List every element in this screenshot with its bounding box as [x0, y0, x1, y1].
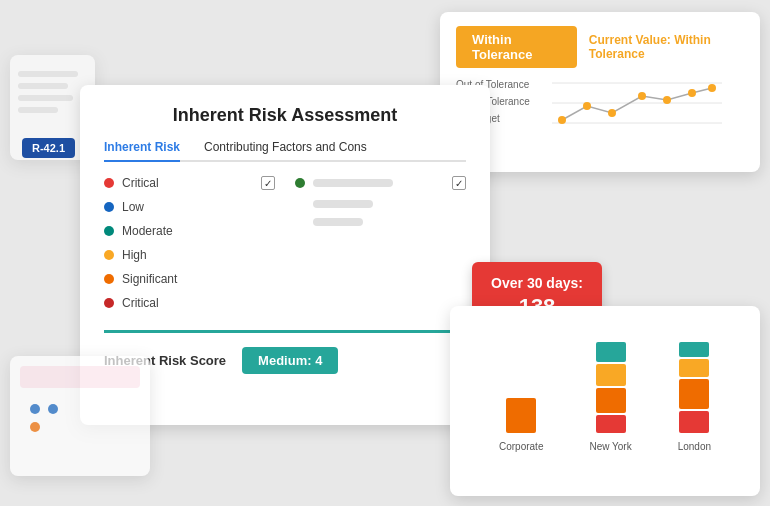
risk-left-col: Critical ✓ Low Moderate High Significant [104, 176, 275, 310]
current-value-label: Current Value: Within Tolerance [589, 33, 744, 61]
bar-seg-ny-1 [596, 342, 626, 362]
risk-item-significant: Significant [104, 272, 275, 286]
dot-teal [104, 226, 114, 236]
tab-contributing[interactable]: Contributing Factors and Cons [204, 140, 367, 160]
bg-dot-blue-1 [30, 404, 40, 414]
risk-label-significant: Significant [122, 272, 177, 286]
bar-group-corporate: Corporate [499, 398, 543, 452]
risk-label-low: Low [122, 200, 144, 214]
risk-item-low: Low [104, 200, 275, 214]
risk-item-high: High [104, 248, 275, 262]
bar-label-london: London [678, 441, 711, 452]
dot-red2 [104, 298, 114, 308]
checkbox-critical1[interactable]: ✓ [261, 176, 275, 190]
over30-label: Over 30 days: [490, 274, 584, 292]
risk-score-badge: Medium: 4 [242, 347, 338, 374]
dot-red [104, 178, 114, 188]
svg-point-4 [583, 102, 591, 110]
svg-point-8 [688, 89, 696, 97]
risk-label-critical2: Critical [122, 296, 159, 310]
risk-content: Critical ✓ Low Moderate High Significant [104, 176, 466, 310]
right-item-2 [295, 200, 466, 208]
tolerance-body: Out of Tolerance Within Tolerance On Tar… [456, 78, 744, 148]
tolerance-header: Within Tolerance Current Value: Within T… [456, 26, 744, 68]
bg-card-left [10, 356, 150, 476]
bg-pink-block [20, 366, 140, 388]
dot-yellow [104, 250, 114, 260]
bar-group-london: London [678, 342, 711, 452]
bar-seg-lon-4 [679, 411, 709, 433]
sparkline-area [552, 68, 744, 148]
bar-seg-lon-2 [679, 359, 709, 377]
bar-group-newyork: New York [589, 342, 631, 452]
dot-green-right [295, 178, 305, 188]
bg-dot-orange-1 [30, 422, 40, 432]
bar-stack-corporate [506, 398, 536, 433]
bar-seg-corporate-1 [506, 398, 536, 433]
tolerance-badge: Within Tolerance [456, 26, 577, 68]
risk-card-title: Inherent Risk Assessment [104, 105, 466, 126]
bar-chart-area: Corporate New York London [466, 322, 744, 452]
tab-inherent-risk[interactable]: Inherent Risk [104, 140, 180, 162]
bar-chart-card: Corporate New York London [450, 306, 760, 496]
bg-dot-row-1 [30, 404, 130, 414]
bar-label-newyork: New York [589, 441, 631, 452]
bar-seg-lon-3 [679, 379, 709, 409]
right-bar-3 [313, 218, 363, 226]
right-item-3 [295, 218, 466, 226]
bar-seg-ny-3 [596, 388, 626, 413]
bar-seg-lon-1 [679, 342, 709, 357]
right-bar-2 [313, 200, 373, 208]
risk-label-high: High [122, 248, 147, 262]
right-bar-1 [313, 179, 393, 187]
risk-label-moderate: Moderate [122, 224, 173, 238]
bg-dot-row-2 [30, 422, 130, 432]
svg-point-7 [663, 96, 671, 104]
current-label: Current Value: [589, 33, 671, 47]
risk-item-critical2: Critical [104, 296, 275, 310]
risk-right-col: ✓ [295, 176, 466, 310]
bar-stack-newyork [596, 342, 626, 433]
checkbox-right1[interactable]: ✓ [452, 176, 466, 190]
bg-lines [18, 71, 87, 113]
bg-dot-blue-2 [48, 404, 58, 414]
svg-point-6 [638, 92, 646, 100]
svg-point-9 [708, 84, 716, 92]
bar-stack-london [679, 342, 709, 433]
dot-blue [104, 202, 114, 212]
svg-point-3 [558, 116, 566, 124]
right-item-1: ✓ [295, 176, 466, 190]
sparkline-svg [552, 68, 722, 138]
bg-dots [20, 394, 140, 442]
risk-label-critical1: Critical [122, 176, 159, 190]
bar-label-corporate: Corporate [499, 441, 543, 452]
risk-item-moderate: Moderate [104, 224, 275, 238]
dot-orange [104, 274, 114, 284]
svg-point-5 [608, 109, 616, 117]
tag-r421: R-42.1 [22, 138, 75, 158]
bar-seg-ny-4 [596, 415, 626, 433]
risk-item-critical1: Critical ✓ [104, 176, 275, 190]
risk-score-row: Inherent Risk Score Medium: 4 [104, 330, 466, 374]
risk-tabs: Inherent Risk Contributing Factors and C… [104, 140, 466, 162]
bar-seg-ny-2 [596, 364, 626, 386]
